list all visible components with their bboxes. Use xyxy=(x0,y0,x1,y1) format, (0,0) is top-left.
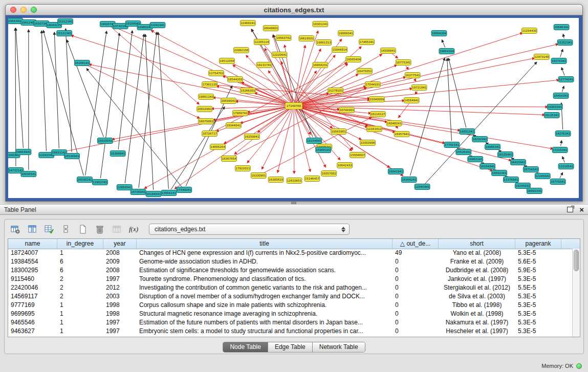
graph-edge[interactable] xyxy=(562,157,564,162)
graph-node[interactable]: 16744901 xyxy=(339,107,355,113)
graph-edge[interactable] xyxy=(448,58,466,128)
table-row[interactable]: 1872400712008Changes of HCN gene express… xyxy=(8,249,572,257)
graph-edge[interactable] xyxy=(89,64,290,105)
network-canvas[interactable]: 1724976818563782122051142208215614512058… xyxy=(8,18,579,198)
graph-node[interactable]: 19088041 xyxy=(338,31,354,36)
table-row[interactable]: 946362711997Embryonic stem cells: a mode… xyxy=(8,327,572,336)
close-panel-icon[interactable]: × xyxy=(579,206,584,213)
graph-node[interactable]: 19664304 xyxy=(439,49,454,54)
edit-table-button[interactable] xyxy=(42,223,56,235)
graph-edge[interactable] xyxy=(118,31,132,149)
graph-node[interactable]: 12205114 xyxy=(254,39,269,45)
graph-edge[interactable] xyxy=(85,31,107,176)
graph-node[interactable]: 11903741 xyxy=(92,180,107,185)
graph-node[interactable]: 15958341 xyxy=(547,104,562,110)
graph-node[interactable]: 16619501 xyxy=(299,36,314,41)
graph-node[interactable]: 18301241 xyxy=(313,21,328,27)
graph-node[interactable]: 18544203 xyxy=(227,77,243,82)
graph-edge[interactable] xyxy=(560,172,563,178)
graph-node[interactable]: 12210541 xyxy=(558,164,574,169)
graph-node[interactable]: 18274341 xyxy=(551,58,567,64)
graph-node[interactable]: 18754341 xyxy=(523,167,538,172)
table-row[interactable]: 911546021997Tourette syndrome. Phenomeno… xyxy=(8,275,572,283)
graph-node[interactable]: 16779341 xyxy=(550,179,565,185)
graph-node[interactable]: 12045941 xyxy=(415,184,430,190)
column-header-0[interactable]: name xyxy=(8,239,57,249)
graph-node[interactable]: 16116127 xyxy=(370,112,385,117)
graph-edge[interactable] xyxy=(53,107,290,154)
vertical-scrollbar[interactable] xyxy=(572,249,580,337)
graph-node[interactable]: 22468341 xyxy=(240,20,255,26)
graph-node[interactable]: 14685264 xyxy=(210,144,226,150)
graph-node[interactable]: 16425941 xyxy=(510,160,526,165)
graph-node[interactable]: 16536941 xyxy=(64,154,80,159)
graph-edge[interactable] xyxy=(296,71,316,103)
column-header-2[interactable]: year xyxy=(103,239,137,249)
table-row[interactable]: 1456911722003Disruption of a novel membe… xyxy=(8,292,572,301)
graph-edge[interactable] xyxy=(273,35,293,102)
graph-node[interactable]: 16104941 xyxy=(480,164,495,169)
graph-node[interactable]: 16648801 xyxy=(263,26,278,31)
table-row[interactable]: 1938455462009Genome-wide association stu… xyxy=(8,257,572,266)
graph-node[interactable]: 13954141 xyxy=(161,190,177,196)
graph-node[interactable]: 18030541 xyxy=(21,171,36,177)
graph-node[interactable]: 18057082 xyxy=(321,171,337,177)
column-header-4[interactable]: △ out_de... xyxy=(393,239,439,249)
graph-node[interactable]: 12973149 xyxy=(534,54,549,60)
graph-node[interactable]: 18475052 xyxy=(357,69,373,74)
graph-node[interactable]: 19330901 xyxy=(251,173,266,179)
graph-edge[interactable] xyxy=(86,69,182,187)
graph-edge[interactable] xyxy=(277,110,293,173)
graph-node[interactable]: 19105441 xyxy=(498,152,513,158)
graph-edge[interactable] xyxy=(415,79,416,81)
graph-edge[interactable] xyxy=(15,28,16,166)
graph-edge[interactable] xyxy=(442,40,445,48)
delete-column-button[interactable] xyxy=(93,223,106,235)
graph-node[interactable]: 12754702 xyxy=(209,71,224,76)
column-header-5[interactable]: short xyxy=(439,239,515,249)
zoom-window-button[interactable] xyxy=(31,7,37,13)
graph-node[interactable]: 13376941 xyxy=(504,177,519,183)
graph-edge[interactable] xyxy=(294,110,294,173)
graph-node[interactable]: 12610651 xyxy=(287,178,302,184)
graph-edge[interactable] xyxy=(298,106,548,107)
graph-node[interactable]: 17485341 xyxy=(359,39,375,45)
graph-node[interactable]: 17923011 xyxy=(235,166,250,171)
graph-node[interactable]: 20699041 xyxy=(221,98,236,104)
graph-edge[interactable] xyxy=(111,27,199,104)
graph-node[interactable]: 15040009 xyxy=(369,97,384,102)
graph-node[interactable]: 16642433 xyxy=(337,163,353,168)
show-columns-button[interactable] xyxy=(26,223,39,235)
network-canvas-svg[interactable]: 1724976818563782122051142208215614512058… xyxy=(8,18,579,198)
graph-node[interactable]: 17549341 xyxy=(177,187,192,193)
graph-edge[interactable] xyxy=(54,32,59,148)
graph-edge[interactable] xyxy=(125,34,144,183)
graph-node[interactable]: 12950541 xyxy=(117,185,132,190)
graph-node[interactable]: 18775341 xyxy=(396,60,411,65)
graph-edge[interactable] xyxy=(86,64,200,118)
graph-node[interactable]: 18726717 xyxy=(202,131,217,137)
graph-edge[interactable] xyxy=(562,86,564,92)
graph-node[interactable]: 16079861 xyxy=(199,119,214,124)
graph-node[interactable]: 16048241 xyxy=(386,121,402,126)
graph-node[interactable]: 17044101 xyxy=(365,82,380,87)
graph-node[interactable]: 16736941 xyxy=(130,189,146,195)
graph-node[interactable]: 15352341 xyxy=(557,40,573,46)
graph-node[interactable]: 16364241 xyxy=(401,177,417,183)
graph-node[interactable]: 17791541 xyxy=(444,142,460,148)
graph-node[interactable]: 18957941 xyxy=(394,132,409,137)
graph-node[interactable]: 12774341 xyxy=(558,77,574,82)
graph-node[interactable]: 19962141 xyxy=(468,157,483,162)
close-window-button[interactable] xyxy=(10,7,16,13)
graph-node[interactable]: 19861313 xyxy=(316,40,332,46)
graph-node[interactable]: 19565901 xyxy=(331,129,346,135)
graph-node[interactable]: 11254430 xyxy=(521,28,537,34)
graph-node[interactable]: 19861243 xyxy=(199,94,214,100)
graph-node[interactable]: 18664304 xyxy=(431,31,447,36)
graph-node[interactable]: 18592341 xyxy=(492,170,507,176)
create-column-button[interactable] xyxy=(76,223,90,235)
graph-node[interactable]: 20810981 xyxy=(197,106,212,112)
graph-node[interactable]: 19154845 xyxy=(307,138,322,144)
graph-node[interactable]: 18367654 xyxy=(222,156,237,162)
graph-node[interactable]: 16380615 xyxy=(268,177,284,183)
